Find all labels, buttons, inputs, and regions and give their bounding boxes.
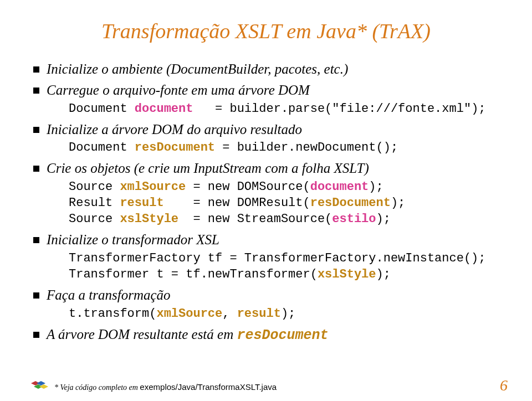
code-text: Document [69,102,135,116]
bullet-text: A árvore DOM resultante está em resDocum… [47,327,329,342]
bullet-text: Faça a transformação [47,287,171,302]
slide-title: Transformação XSLT em Java* (TrAX) [31,19,501,43]
page-number: 6 [500,377,508,394]
code-text: ); [281,307,295,321]
code-keyword: xmlSource [156,307,222,321]
footnote-path: exemplos/Java/TransformaXSLT.java [140,382,277,392]
code-keyword: result [120,196,163,210]
bullet-item: Crie os objetos (e crie um InputStream c… [31,159,501,227]
code-text: ); [391,196,405,210]
bullet-item: A árvore DOM resultante está em resDocum… [31,325,501,345]
code-text: ); [369,180,383,194]
code-text: Transformer t = tf.newTransformer( [69,268,318,281]
footnote: * Veja código completo em exemplos/Java/… [54,382,277,392]
code-block: t.transform(xmlSource, result); [47,306,501,322]
code-keyword: xslStyle [318,268,376,281]
bullet-text: Inicialize o transformador XSL [47,232,219,247]
code-keyword: xmlSource [120,180,186,194]
code-inline: resDocument [237,327,328,343]
code-variable: estilo [332,212,376,226]
code-text: ); [376,212,391,226]
code-keyword: result [237,307,281,321]
code-block: Document document = builder.parse("file:… [47,101,501,117]
code-block: TransformerFactory tf = TransformerFacto… [47,250,501,282]
code-text: Result [69,196,120,210]
code-text: ); [376,268,391,281]
bullet-text: Carregue o arquivo-fonte em uma árvore D… [47,83,310,97]
code-text: , [222,307,237,321]
code-block: Source xmlSource = new DOMSource(documen… [47,179,501,227]
code-text: = new DOMResult( [164,196,310,210]
code-text: Source [69,180,120,194]
slide: Transformação XSLT em Java* (TrAX) Inici… [0,0,532,401]
code-block: Document resDocument = builder.newDocume… [47,140,501,156]
code-variable: resDocument [135,141,215,155]
code-variable: document [310,180,369,194]
code-keyword: xslStyle [120,212,178,226]
bullet-list: Inicialize o ambiente (DocumentBuilder, … [31,60,501,345]
bullet-item: Faça a transformação t.transform(xmlSour… [31,286,501,322]
code-text: = new DOMSource( [186,180,310,194]
bullet-text: Inicialize a árvore DOM do arquivo resul… [47,122,302,137]
footnote-italic: * Veja código completo em [54,383,140,392]
code-text: = new StreamSource( [178,212,332,226]
code-text: = builder.parse("file:///fonte.xml"); [193,102,485,116]
bullet-text: Crie os objetos (e crie um InputStream c… [47,161,369,176]
code-text: = builder.newDocument(); [215,141,398,155]
code-variable: document [135,102,193,116]
code-text: Document [69,141,135,155]
bullet-item: Inicialize a árvore DOM do arquivo resul… [31,120,501,156]
bullet-item: Carregue o arquivo-fonte em uma árvore D… [31,81,501,117]
code-variable: resDocument [310,196,391,210]
bullet-text: Inicialize o ambiente (DocumentBuilder, … [47,61,348,76]
bullet-item: Inicialize o transformador XSL Transform… [31,230,501,282]
logo-icon [31,380,50,394]
text-span: A árvore DOM resultante está em [47,327,237,342]
code-text: t.transform( [69,307,156,321]
bullet-item: Inicialize o ambiente (DocumentBuilder, … [31,60,501,79]
code-text: Source [69,212,120,226]
footer: * Veja código completo em exemplos/Java/… [31,380,277,394]
code-text: TransformerFactory tf = TransformerFacto… [69,251,486,265]
